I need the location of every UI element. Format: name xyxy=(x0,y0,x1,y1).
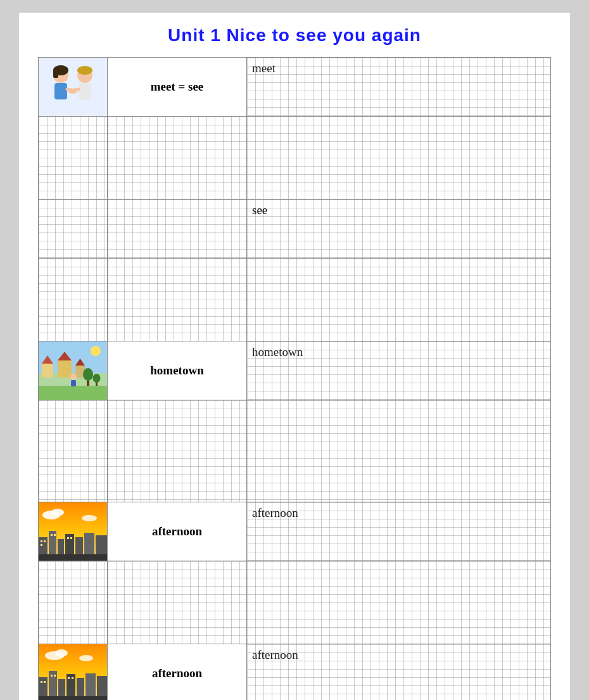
word-cell-see xyxy=(108,200,247,258)
svg-rect-41 xyxy=(51,534,53,536)
image-meet xyxy=(39,58,107,116)
svg-rect-43 xyxy=(67,537,69,539)
svg-rect-7 xyxy=(79,83,91,99)
svg-point-48 xyxy=(55,649,68,657)
section-meet-word-row: meet = see meet xyxy=(39,58,551,117)
section-hometown-word-row: hometown hometown xyxy=(39,341,551,400)
word-cell-hometown: hometown xyxy=(108,341,247,400)
svg-rect-60 xyxy=(54,675,56,677)
practice-row-see xyxy=(39,258,551,341)
word-label-afternoon1: afternoon xyxy=(108,502,246,561)
svg-rect-45 xyxy=(39,554,107,561)
svg-rect-62 xyxy=(72,677,73,679)
write-cell-afternoon2[interactable]: afternoon xyxy=(247,644,551,701)
page: Unit 1 Nice to see you again xyxy=(19,13,570,700)
svg-point-8 xyxy=(77,66,92,75)
svg-point-29 xyxy=(51,509,64,516)
svg-point-23 xyxy=(93,374,101,383)
write-cell-hometown[interactable]: hometown xyxy=(247,341,551,400)
practice-word-afternoon1 xyxy=(108,561,247,644)
see-word-label: see xyxy=(252,203,267,217)
svg-rect-2 xyxy=(54,83,67,99)
section-afternoon1-word-row: afternoon afternoon xyxy=(39,502,551,561)
image-cell-afternoon2 xyxy=(39,644,108,701)
svg-rect-63 xyxy=(39,696,107,700)
svg-point-10 xyxy=(68,89,77,94)
svg-rect-44 xyxy=(70,537,72,539)
svg-rect-39 xyxy=(44,540,46,542)
content-table: meet = see meet xyxy=(38,57,551,700)
practice-row-meet-1 xyxy=(39,117,551,200)
practice-img-afternoon1 xyxy=(39,561,108,644)
page-title: Unit 1 Nice to see you again xyxy=(38,25,551,46)
write-cell-afternoon1[interactable]: afternoon xyxy=(247,502,551,561)
svg-point-25 xyxy=(70,374,77,380)
section-afternoon2-word-row: afternoon afternoon xyxy=(39,644,551,701)
svg-rect-59 xyxy=(51,675,53,677)
svg-rect-26 xyxy=(71,380,76,386)
word-label-afternoon2: afternoon xyxy=(108,644,246,700)
practice-row-afternoon1 xyxy=(39,561,551,644)
word-label-hometown: hometown xyxy=(108,341,246,400)
svg-rect-0 xyxy=(39,58,107,116)
image-cell-afternoon1 xyxy=(39,502,108,561)
svg-rect-14 xyxy=(42,364,53,378)
image-afternoon1 xyxy=(39,502,107,561)
practice-word-hometown-1 xyxy=(108,400,247,502)
practice-img-hometown-1 xyxy=(39,400,108,502)
image-afternoon2 xyxy=(39,644,107,700)
practice-word-empty-see xyxy=(108,258,247,341)
write-cell-see[interactable]: see xyxy=(247,200,551,258)
word-cell-afternoon2: afternoon xyxy=(108,644,247,701)
example-word-afternoon2: afternoon xyxy=(247,644,550,700)
practice-img-empty-see xyxy=(39,258,108,341)
word-label-meet: meet = see xyxy=(108,58,246,116)
example-word-afternoon1: afternoon xyxy=(247,502,550,561)
svg-point-21 xyxy=(83,368,93,381)
svg-rect-51 xyxy=(49,671,57,700)
image-hometown xyxy=(39,341,107,400)
svg-rect-38 xyxy=(41,540,42,542)
word-cell-afternoon1: afternoon xyxy=(108,502,247,561)
practice-write-meet-1[interactable] xyxy=(247,117,551,200)
svg-rect-42 xyxy=(54,534,56,536)
practice-write-afternoon1[interactable] xyxy=(247,561,551,644)
practice-write-hometown-1[interactable] xyxy=(247,400,551,502)
svg-rect-55 xyxy=(86,673,96,700)
svg-point-49 xyxy=(79,655,93,661)
image-cell-meet xyxy=(39,58,108,117)
practice-write-see[interactable] xyxy=(247,258,551,341)
svg-point-30 xyxy=(82,515,97,521)
image-cell-hometown xyxy=(39,341,108,400)
section-see-word-row: see xyxy=(39,200,551,258)
word-cell-meet: meet = see xyxy=(108,58,247,117)
svg-rect-16 xyxy=(58,360,72,378)
write-cell-meet[interactable]: meet xyxy=(247,58,551,117)
practice-word-empty-meet-1 xyxy=(108,117,247,200)
svg-point-13 xyxy=(91,346,101,356)
example-word-meet: meet xyxy=(247,58,550,116)
svg-rect-61 xyxy=(68,677,70,679)
svg-rect-4 xyxy=(53,69,58,78)
svg-rect-40 xyxy=(41,544,42,546)
svg-rect-58 xyxy=(44,681,46,683)
svg-rect-24 xyxy=(39,386,107,400)
example-word-hometown: hometown xyxy=(247,341,550,400)
practice-row-hometown-1 xyxy=(39,400,551,502)
practice-img-empty-meet-1 xyxy=(39,117,108,200)
svg-rect-57 xyxy=(41,681,42,683)
image-cell-see xyxy=(39,200,108,258)
